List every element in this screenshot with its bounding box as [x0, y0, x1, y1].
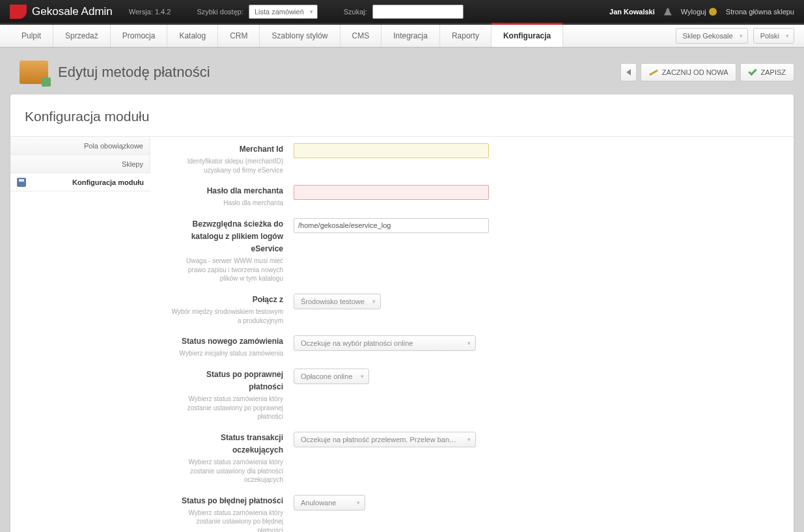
- arrow-left-icon: [626, 69, 631, 76]
- folder-edit-icon: [20, 61, 48, 84]
- storefront-label: Strona główna sklepu: [726, 8, 794, 16]
- merchant-id-help: Identyfikator sklepu (merchantID) uzyska…: [170, 157, 283, 175]
- sidenav-required-fields[interactable]: Pola obowiązkowe: [10, 137, 150, 155]
- nav-label: Sprzedaż: [65, 31, 98, 40]
- sidenav-label: Sklepy: [122, 160, 143, 168]
- save-button-top[interactable]: ZAPISZ: [740, 63, 794, 81]
- status-ok-value: Opłacone online: [301, 372, 353, 380]
- main-nav: Pulpit Sprzedaż Promocja Katalog CRM Sza…: [0, 23, 804, 48]
- status-new-help: Wybierz inicjalny status zamówienia: [170, 349, 283, 358]
- log-path-input[interactable]: [294, 218, 489, 233]
- back-button[interactable]: [620, 63, 637, 81]
- nav-konfiguracja[interactable]: Konfiguracja: [492, 25, 563, 47]
- page-header: Edytuj metodę płatności ZACZNIJ OD NOWA …: [0, 48, 804, 94]
- nav-katalog[interactable]: Katalog: [167, 25, 218, 47]
- merchant-pwd-input[interactable]: [294, 185, 489, 200]
- nav-label: Konfiguracja: [503, 31, 551, 40]
- search-input[interactable]: [372, 5, 464, 19]
- sidenav-module-config[interactable]: Konfiguracja modułu: [10, 173, 150, 191]
- quick-access-select[interactable]: Lista zamówień: [249, 5, 318, 19]
- brand-logo-icon: [10, 5, 27, 19]
- status-new-select[interactable]: Oczekuje na wybór płatności online: [294, 335, 476, 351]
- shop-select[interactable]: Sklep Gekosale: [676, 28, 748, 44]
- log-path-label: Bezwzględna ścieżka do katalogu z plikie…: [170, 218, 283, 256]
- status-pending-select[interactable]: Oczekuje na płatność przelewem. Przelew …: [294, 432, 476, 447]
- merchant-pwd-help: Hasło dla merchanta: [170, 199, 283, 208]
- status-new-value: Oczekuje na wybór płatności online: [301, 339, 413, 347]
- connect-help: Wybór między środowiskiem testowym a pro…: [170, 307, 283, 325]
- nav-integracja[interactable]: Integracja: [381, 25, 440, 47]
- merchant-pwd-label: Hasło dla merchanta: [170, 185, 283, 197]
- config-panel: Konfiguracja modułu Pola obowiązkowe Skl…: [10, 94, 794, 532]
- nav-label: Szablony stylów: [271, 31, 327, 40]
- nav-pulpit[interactable]: Pulpit: [10, 25, 53, 47]
- language-select-value: Polski: [760, 32, 779, 40]
- merchant-id-input[interactable]: [294, 143, 489, 158]
- nav-label: Integracja: [393, 31, 428, 40]
- save-label: ZAPISZ: [760, 68, 786, 76]
- nav-label: CRM: [230, 31, 247, 40]
- connect-label: Połącz z: [170, 294, 283, 306]
- restart-label: ZACZNIJ OD NOWA: [662, 68, 728, 76]
- nav-label: CMS: [352, 31, 370, 40]
- panel-title: Konfiguracja modułu: [10, 94, 794, 137]
- sidenav-label: Pola obowiązkowe: [84, 142, 143, 150]
- nav-sprzedaz[interactable]: Sprzedaż: [53, 25, 111, 47]
- status-fail-label: Status po błędnej płatności: [170, 495, 283, 507]
- quick-access-value: Lista zamówień: [255, 8, 304, 16]
- restart-button[interactable]: ZACZNIJ OD NOWA: [641, 63, 737, 81]
- sidenav-label: Konfiguracja modułu: [72, 178, 144, 186]
- check-icon: [749, 66, 757, 75]
- status-ok-help: Wybierz status zamówienia który zostanie…: [170, 395, 283, 421]
- status-pending-label: Status transakcji oczekujących: [170, 432, 283, 456]
- logout-link[interactable]: Wyloguj: [681, 8, 717, 16]
- status-new-label: Status nowego zamówienia: [170, 335, 283, 348]
- log-path-help: Uwaga - serwer WWW musi mieć prawo zapis…: [170, 257, 283, 283]
- nav-cms[interactable]: CMS: [340, 25, 382, 47]
- storefront-link[interactable]: Strona główna sklepu: [726, 8, 794, 16]
- page-title: Edytuj metodę płatności: [58, 64, 210, 81]
- merchant-id-label: Merchant Id: [170, 143, 283, 156]
- panel-side-nav: Pola obowiązkowe Sklepy Konfiguracja mod…: [10, 137, 150, 532]
- status-ok-label: Status po poprawnej płatności: [170, 369, 283, 393]
- quick-access-label: Szybki dostęp:: [197, 8, 243, 16]
- topbar: Gekosale Admin Wersja: 1.4.2 Szybki dost…: [0, 0, 804, 23]
- status-pending-value: Oczekuje na płatność przelewem. Przelew …: [301, 436, 460, 443]
- logout-label: Wyloguj: [681, 8, 706, 16]
- disk-icon: [17, 178, 26, 187]
- status-fail-select[interactable]: Anulowane: [294, 495, 365, 511]
- nav-promocja[interactable]: Promocja: [111, 25, 168, 47]
- brand-title: Gekosale Admin: [32, 5, 113, 18]
- shop-select-value: Sklep Gekosale: [683, 32, 733, 40]
- nav-label: Pulpit: [21, 31, 41, 40]
- status-fail-value: Anulowane: [301, 499, 336, 507]
- topbar-right: Jan Kowalski Wyloguj Strona główna sklep…: [609, 8, 794, 16]
- status-ok-select[interactable]: Opłacone online: [294, 369, 369, 384]
- key-icon: [709, 8, 717, 16]
- connect-select[interactable]: Środowisko testowe: [294, 294, 381, 309]
- nav-szablony[interactable]: Szablony stylów: [260, 25, 340, 47]
- nav-label: Promocja: [122, 31, 156, 40]
- status-pending-help: Wybierz status zamówienia który zostanie…: [170, 458, 283, 484]
- language-select[interactable]: Polski: [753, 28, 794, 44]
- nav-label: Katalog: [179, 31, 206, 40]
- sidenav-shops[interactable]: Sklepy: [10, 155, 150, 173]
- nav-crm[interactable]: CRM: [218, 25, 260, 47]
- search-label: Szukaj:: [344, 8, 367, 16]
- nav-raporty[interactable]: Raporty: [440, 25, 492, 47]
- version-label: Wersja: 1.4.2: [129, 8, 171, 16]
- form-area: Merchant Id Identyfikator sklepu (mercha…: [150, 137, 794, 532]
- current-user: Jan Kowalski: [609, 8, 655, 16]
- connect-value: Środowisko testowe: [301, 298, 365, 305]
- wand-icon: [649, 69, 658, 76]
- status-fail-help: Wybierz status zamówienia który zostanie…: [170, 509, 283, 532]
- nav-label: Raporty: [452, 31, 479, 40]
- user-icon: [664, 8, 672, 16]
